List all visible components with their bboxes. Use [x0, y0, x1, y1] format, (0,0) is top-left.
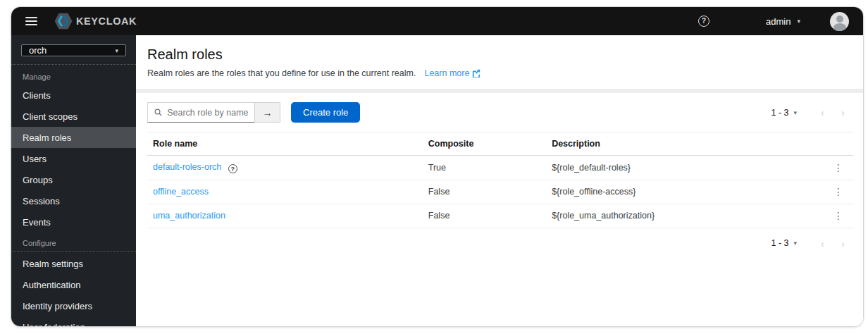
- kebab-icon: ⋮: [833, 186, 843, 197]
- sidebar-item-realm-roles[interactable]: Realm roles: [11, 127, 136, 148]
- sidebar-item-users[interactable]: Users: [11, 148, 136, 169]
- table-header-row: Role name Composite Description: [147, 132, 853, 156]
- learn-more-link[interactable]: Learn more: [424, 68, 480, 78]
- next-page-button[interactable]: ›: [833, 107, 853, 118]
- search-icon: [154, 108, 162, 117]
- external-link-icon: [472, 69, 480, 78]
- roles-table: Role name Composite Description default-…: [147, 132, 853, 228]
- column-header-role-name: Role name: [147, 132, 423, 156]
- composite-cell: False: [423, 180, 546, 204]
- caret-down-icon: ▾: [115, 47, 118, 54]
- keycloak-logo-icon: [54, 13, 73, 30]
- column-header-composite: Composite: [423, 132, 546, 156]
- kebab-menu-button[interactable]: ⋮: [829, 162, 848, 173]
- page-description: Realm roles are the roles that you defin…: [147, 68, 852, 78]
- app-window: KEYCLOAK ? admin ▾ orch ▾ Manage Clients…: [11, 6, 864, 327]
- roles-section: → Create role 1 - 3 ▾ ‹ ›: [136, 93, 863, 326]
- brand-text: KEYCLOAK: [76, 16, 137, 27]
- kebab-menu-button[interactable]: ⋮: [829, 186, 848, 197]
- pagination-range-dropdown[interactable]: 1 - 3 ▾: [771, 108, 797, 118]
- table-row: uma_authorization False ${role_uma_autho…: [147, 204, 853, 228]
- composite-cell: True: [423, 156, 546, 180]
- arrow-right-icon: →: [263, 107, 273, 118]
- main-content: Realm roles Realm roles are the roles th…: [136, 35, 863, 326]
- next-page-button[interactable]: ›: [833, 238, 853, 249]
- prev-page-button[interactable]: ‹: [812, 107, 833, 118]
- search-box: [147, 102, 254, 123]
- column-header-actions: [822, 132, 853, 156]
- search-input[interactable]: [167, 108, 248, 118]
- chevron-left-icon: ‹: [821, 237, 824, 249]
- sidebar-item-groups[interactable]: Groups: [11, 169, 136, 190]
- kebab-icon: ⋮: [833, 162, 843, 173]
- topbar-right: ? admin ▾: [698, 12, 849, 31]
- sidebar-divider: [11, 251, 136, 252]
- table-row: offline_access False ${role_offline-acce…: [147, 180, 853, 204]
- username: admin: [766, 16, 790, 27]
- sidebar-item-authentication[interactable]: Authentication: [11, 274, 136, 295]
- realm-selector[interactable]: orch ▾: [21, 44, 126, 56]
- user-menu[interactable]: admin ▾: [766, 16, 800, 27]
- topbar: KEYCLOAK ? admin ▾: [11, 7, 863, 35]
- pagination-range: 1 - 3: [771, 108, 788, 118]
- caret-down-icon: ▾: [793, 240, 797, 247]
- description-cell: ${role_uma_authorization}: [546, 204, 822, 228]
- kebab-menu-button[interactable]: ⋮: [829, 210, 848, 221]
- kebab-icon: ⋮: [833, 210, 843, 221]
- composite-cell: False: [423, 204, 546, 228]
- sidebar-item-identity-providers[interactable]: Identity providers: [11, 295, 136, 316]
- description-cell: ${role_offline-access}: [546, 180, 822, 204]
- chevron-left-icon: ‹: [821, 106, 824, 118]
- page-description-text: Realm roles are the roles that you defin…: [147, 68, 416, 78]
- create-role-button[interactable]: Create role: [291, 102, 360, 123]
- sidebar-item-clients[interactable]: Clients: [11, 85, 136, 106]
- pagination-bottom: 1 - 3 ▾ ‹ ›: [771, 238, 853, 249]
- keycloak-brand: KEYCLOAK: [54, 13, 137, 30]
- sidebar-item-client-scopes[interactable]: Client scopes: [11, 106, 136, 127]
- caret-down-icon: ▾: [793, 109, 797, 116]
- chevron-right-icon: ›: [841, 237, 845, 249]
- table-toolbar: → Create role 1 - 3 ▾ ‹ ›: [147, 102, 853, 123]
- section-label-manage: Manage: [11, 66, 136, 85]
- help-icon[interactable]: ?: [228, 164, 237, 173]
- chevron-right-icon: ›: [841, 106, 845, 118]
- pagination-top: 1 - 3 ▾ ‹ ›: [771, 107, 853, 118]
- sidebar-item-user-federation[interactable]: User federation: [11, 316, 136, 327]
- page-title: Realm roles: [147, 47, 852, 63]
- section-label-configure: Configure: [11, 233, 136, 251]
- realm-selector-value: orch: [29, 45, 46, 56]
- search-group: →: [147, 102, 280, 123]
- hamburger-menu-icon[interactable]: [25, 17, 37, 26]
- sidebar: orch ▾ Manage Clients Client scopes Real…: [11, 35, 136, 326]
- page-header: Realm roles Realm roles are the roles th…: [136, 35, 863, 89]
- caret-down-icon: ▾: [797, 18, 800, 25]
- help-icon[interactable]: ?: [698, 16, 709, 27]
- sidebar-divider: [11, 64, 136, 65]
- sidebar-item-realm-settings[interactable]: Realm settings: [11, 253, 136, 274]
- pagination-range: 1 - 3: [771, 238, 788, 248]
- search-submit-button[interactable]: →: [254, 102, 280, 123]
- pagination-range-dropdown[interactable]: 1 - 3 ▾: [771, 238, 797, 248]
- description-cell: ${role_default-roles}: [546, 156, 822, 180]
- prev-page-button[interactable]: ‹: [812, 238, 833, 249]
- sidebar-item-events[interactable]: Events: [11, 211, 136, 233]
- avatar-person-icon: [836, 16, 843, 23]
- sidebar-item-sessions[interactable]: Sessions: [11, 190, 136, 211]
- avatar[interactable]: [830, 12, 849, 31]
- column-header-description: Description: [546, 132, 822, 156]
- role-link[interactable]: uma_authorization: [153, 211, 225, 221]
- role-link[interactable]: offline_access: [153, 187, 209, 197]
- table-row: default-roles-orch ? True ${role_default…: [147, 156, 853, 180]
- role-link[interactable]: default-roles-orch: [153, 162, 221, 172]
